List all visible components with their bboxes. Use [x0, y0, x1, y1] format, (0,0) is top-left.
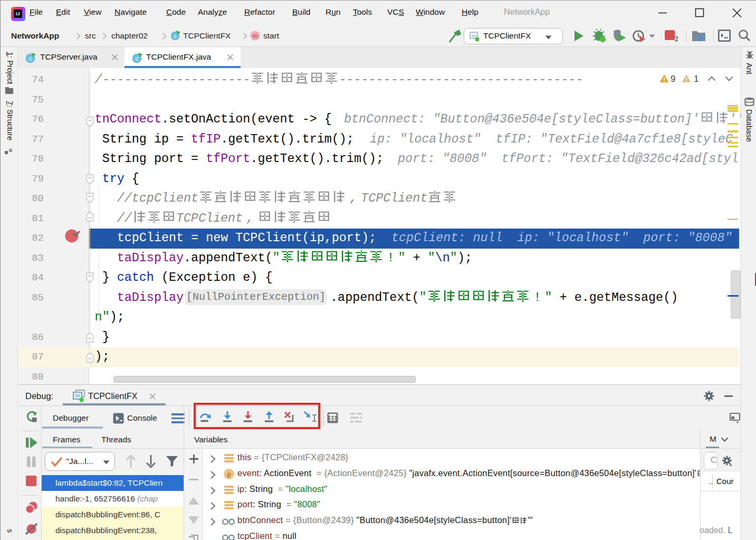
svg-text:m: m: [253, 33, 258, 39]
svg-text:c: c: [28, 55, 32, 62]
svg-text:c: c: [174, 33, 177, 39]
svg-text:p: p: [227, 470, 231, 478]
svg-text:c: c: [135, 55, 138, 62]
